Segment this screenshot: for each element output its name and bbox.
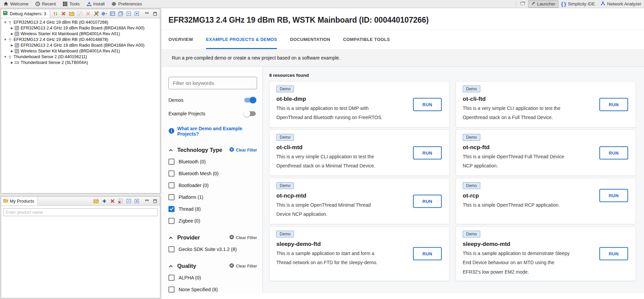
menu-preferences[interactable]: Preferences [108, 0, 145, 8]
tree-row[interactable]: ▼ EFR32MG13 2.4 GHz 19 dBm RB (ID:440148… [1, 37, 160, 42]
provider-clear-filter[interactable]: Clear Filter [229, 235, 257, 240]
filter-item-none-specified: None Specified (8) [168, 286, 257, 293]
demo-badge: Demo [463, 86, 480, 92]
remove-all-products-icon[interactable] [117, 198, 123, 204]
top-menubar: Welcome Recent Tools Install Preferences… [0, 0, 644, 8]
expand-all-icon[interactable] [134, 11, 140, 17]
checkbox-platform[interactable] [168, 194, 175, 200]
expander-icon[interactable]: ▶ [10, 26, 14, 30]
expand-all-icon[interactable] [134, 198, 140, 204]
tree-row[interactable]: ▶ Wireless Starter Kit Mainboard (BRD400… [1, 48, 160, 54]
technology-clear-filter[interactable]: Clear Filter [229, 147, 257, 153]
collapse-all-icon[interactable] [125, 198, 132, 204]
minimize-panel-icon[interactable] [144, 198, 150, 204]
tab-example-projects-demos[interactable]: EXAMPLE PROJECTS & DEMOS [206, 30, 277, 49]
tree-row[interactable]: ▶ EFR32MG13 2.4 GHz 19 dBm Radio Board (… [1, 42, 160, 48]
checkbox-bootloader[interactable] [168, 182, 175, 188]
filter-item-label: Bootloader (0) [179, 183, 209, 188]
remove-product-icon[interactable] [109, 198, 115, 204]
run-button[interactable]: RUN [599, 189, 628, 202]
collapse-all-icon[interactable] [125, 11, 132, 17]
checkbox-thread[interactable] [168, 206, 175, 212]
tree-row[interactable]: ▶ EFR32MG13 2.4 GHz 19 dBm Radio Board (… [1, 25, 160, 31]
product-search-input[interactable] [3, 208, 158, 216]
disconnect-adapter-icon[interactable] [61, 11, 67, 17]
example-projects-toggle[interactable] [244, 111, 256, 116]
expander-icon[interactable]: ▶ [10, 32, 14, 36]
tree-label: EFR32MG13 2.4 GHz 19 dBm Radio Board (BR… [21, 43, 144, 48]
technology-type-title: Technology Type [177, 147, 229, 153]
toolbar-separator [515, 1, 517, 7]
table-view-icon[interactable] [109, 11, 115, 17]
device-tools-icon[interactable] [93, 11, 99, 17]
menu-welcome[interactable]: Welcome [0, 0, 32, 8]
expander-icon[interactable]: ▶ [10, 44, 14, 47]
run-button[interactable]: RUN [413, 194, 442, 208]
checkbox-bluetooth-mesh[interactable] [168, 170, 175, 177]
expander-icon[interactable]: ▼ [3, 55, 7, 59]
adapter-settings-gear-icon[interactable] [101, 11, 107, 17]
checkbox-gecko-sdk[interactable] [168, 246, 175, 252]
checkbox-none-specified[interactable] [168, 286, 175, 293]
new-group-folder-icon[interactable] [69, 11, 75, 17]
chevron-up-icon[interactable] [168, 148, 173, 152]
resource-description: This is a simple OpenThread Minimal Thre… [276, 201, 386, 219]
my-products-panel: My Products [1, 196, 160, 298]
demos-toggle[interactable] [244, 98, 256, 102]
chevron-up-icon[interactable] [168, 236, 173, 240]
quality-clear-filter[interactable]: Clear Filter [229, 263, 257, 269]
perspective-label: Simplicity IDE [568, 1, 595, 6]
copy-view-icon[interactable] [117, 11, 123, 17]
tab-compatible-tools[interactable]: COMPATIBLE TOOLS [343, 30, 390, 49]
run-button[interactable]: RUN [599, 98, 628, 111]
expander-icon[interactable]: ▼ [3, 38, 7, 41]
debug-adapters-tab[interactable]: Debug Adapters: 3 [1, 9, 50, 18]
maximize-panel-icon[interactable] [152, 11, 158, 17]
delete-icon[interactable] [85, 11, 91, 17]
menu-recent[interactable]: Recent [32, 0, 59, 8]
connect-adapter-icon[interactable] [52, 11, 59, 17]
checkbox-zigbee[interactable] [168, 218, 175, 224]
maximize-panel-icon[interactable] [152, 198, 158, 204]
open-perspective-button[interactable] [518, 1, 528, 7]
perspective-network-analyzer[interactable]: Network Analyzer [598, 0, 644, 8]
minimize-panel-icon[interactable] [144, 11, 150, 17]
provider-title: Provider [177, 234, 229, 241]
tree-row[interactable]: ▼ EFR32MG13 2.4 GHz 19 dBm RB (ID:440107… [1, 19, 160, 25]
perspective-simplicity-ide[interactable]: { } Simplicity IDE [558, 0, 598, 8]
run-button[interactable]: RUN [413, 247, 442, 260]
run-button[interactable]: RUN [599, 146, 628, 159]
keyword-filter-input[interactable] [168, 77, 257, 89]
filter-item-label: Bluetooth Mesh (0) [179, 171, 218, 176]
my-products-tab[interactable]: My Products [1, 197, 38, 205]
new-product-folder-icon[interactable] [93, 198, 99, 204]
clock-icon [35, 1, 40, 6]
run-button[interactable]: RUN [413, 146, 442, 159]
run-button[interactable]: RUN [599, 247, 628, 260]
checkbox-bluetooth[interactable] [168, 159, 175, 165]
tree-row[interactable]: ▶ Wireless Starter Kit Mainboard (BRD400… [1, 31, 160, 37]
rename-icon[interactable] [77, 11, 83, 17]
filter-item-bluetooth-mesh: Bluetooth Mesh (0) [168, 170, 257, 177]
tree-label: EFR32MG13 2.4 GHz 19 dBm Radio Board (BR… [21, 26, 144, 30]
chevron-up-icon[interactable] [168, 264, 173, 268]
mainboard-icon [15, 49, 19, 53]
menu-tools[interactable]: Tools [59, 0, 83, 8]
menu-label: Preferences [118, 1, 142, 6]
expander-icon[interactable]: ▶ [10, 49, 14, 53]
demo-badge: Demo [463, 134, 480, 141]
menu-install[interactable]: Install [83, 0, 108, 8]
add-product-icon[interactable] [101, 198, 107, 204]
demo-example-help-link[interactable]: What are Demo and Example Projects? [168, 126, 257, 137]
perspective-launcher[interactable]: Launcher [528, 0, 558, 8]
checkbox-alpha[interactable] [168, 275, 175, 281]
tab-overview[interactable]: OVERVIEW [168, 30, 193, 49]
expander-icon[interactable]: ▶ [10, 61, 14, 64]
filter-item-thread: Thread (8) [168, 205, 257, 212]
run-button[interactable]: RUN [413, 98, 442, 111]
expander-icon[interactable]: ▼ [3, 21, 7, 24]
tree-row[interactable]: ▼ Thunderboard Sense 2 (ID:440156211) [1, 54, 160, 60]
tab-documentation[interactable]: DOCUMENTATION [290, 30, 330, 49]
tree-row[interactable]: ▶ Thunderboard Sense 2 (SLTB004A) [1, 60, 160, 65]
menu-label: Welcome [10, 1, 28, 6]
